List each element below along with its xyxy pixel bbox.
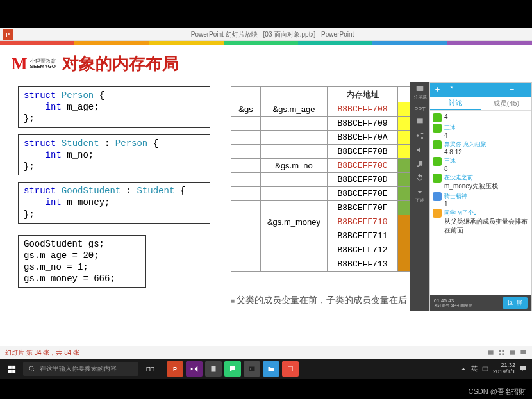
svg-rect-0: [417, 86, 424, 91]
chat-message: 鼻梁你 意为组聚4 8 12: [433, 140, 529, 156]
code-student: struct Student : Person { int m_no; };: [18, 134, 210, 176]
app-notepad[interactable]: [205, 361, 222, 377]
th-field: [261, 87, 328, 102]
table-row: B8BCEFF70D: [231, 173, 436, 187]
side-refresh-icon[interactable]: [415, 174, 424, 183]
avatar: [433, 113, 442, 122]
chat-message: 在没走之前m_money先被压栈: [433, 174, 529, 191]
svg-point-2: [421, 133, 424, 135]
search-box[interactable]: 在这里输入你要搜索的内容: [23, 362, 138, 376]
code-person: struct Person { int m_age; };: [18, 86, 210, 128]
table-row: B8BCEFF709: [231, 117, 436, 131]
taskbar-apps[interactable]: P: [167, 361, 299, 377]
clock[interactable]: 21:32 2019/1/1: [493, 362, 515, 375]
app-powerpoint[interactable]: P: [167, 361, 183, 377]
svg-point-5: [421, 165, 422, 166]
memory-table: 内存地址 内存 &gs&gs.m_ageB8BCEFF708B8BCEFF709…: [231, 86, 436, 272]
slide-title: 对象的内存布局: [62, 53, 179, 75]
tray-ime-icon[interactable]: [481, 365, 489, 373]
powerpoint-icon: P: [3, 29, 13, 40]
view-normal-icon[interactable]: [487, 349, 494, 356]
view-reading-icon[interactable]: [509, 349, 516, 356]
svg-rect-21: [249, 367, 255, 371]
chat-top-bar[interactable]: [430, 83, 531, 97]
chat-footer: 01:45:43 累计参与 6144 调聊 结 回 屏: [430, 295, 531, 311]
table-row: B8BCEFF70A: [231, 131, 436, 145]
table-row: &gs.m_noB8BCEFF70C: [231, 159, 436, 173]
chat-panel[interactable]: 分屏幕 PPT 下述 讨论 成员(45) 4王冰4鼻梁你 意为组聚4 8 12王…: [410, 82, 532, 311]
svg-rect-14: [12, 365, 15, 368]
tray-lang[interactable]: 英: [471, 364, 478, 373]
task-view-button[interactable]: [138, 359, 162, 379]
svg-rect-22: [288, 367, 293, 371]
logo-mark: M: [12, 54, 28, 74]
svg-rect-16: [12, 370, 15, 373]
tab-members[interactable]: 成员(45): [481, 97, 531, 110]
ppt-status-bar: 幻灯片 第 34 张，共 84 张: [0, 346, 532, 359]
app-messaging[interactable]: [224, 361, 241, 377]
ppt-view-controls[interactable]: [487, 349, 527, 356]
svg-rect-10: [502, 353, 504, 355]
ppt-window-title: PowerPoint 幻灯片放映 - [03-面向对象.pptx] - Powe…: [13, 30, 532, 39]
side-music-icon[interactable]: [415, 159, 424, 168]
view-slideshow-icon[interactable]: [520, 349, 527, 356]
app-visualstudio[interactable]: [186, 361, 203, 377]
chat-open-icon[interactable]: [446, 86, 453, 94]
svg-point-4: [417, 165, 419, 167]
chat-plus-icon[interactable]: [434, 86, 441, 94]
chat-min-icon[interactable]: [508, 86, 515, 94]
tray-notification-icon[interactable]: [519, 365, 527, 373]
svg-rect-6: [488, 350, 493, 354]
chat-message: 王冰4: [433, 124, 529, 139]
chat-return-button[interactable]: 回 屏: [503, 297, 528, 309]
chat-body[interactable]: 4王冰4鼻梁你 意为组聚4 8 12王冰8在没走之前m_money先被压栈骑士精…: [430, 111, 531, 295]
avatar: [433, 124, 442, 133]
svg-rect-11: [510, 350, 515, 354]
app-snipping[interactable]: [282, 361, 299, 377]
bottom-black-band: [0, 379, 532, 399]
app-folder[interactable]: [263, 361, 279, 377]
side-down-icon[interactable]: 下述: [415, 188, 424, 204]
side-share-screen-icon[interactable]: 分屏幕: [413, 85, 427, 101]
table-row: &gs&gs.m_ageB8BCEFF708: [231, 102, 436, 117]
side-board-icon[interactable]: [415, 117, 424, 126]
top-black-band: [0, 0, 532, 28]
app-terminal[interactable]: [244, 361, 260, 377]
chat-side-toolbar[interactable]: 分屏幕 PPT 下述: [410, 82, 429, 311]
tab-discuss[interactable]: 讨论: [430, 97, 481, 110]
logo-text: 小码哥教育SEEMYGO: [30, 59, 56, 69]
code-usage: GoodStudent gs; gs.m_age = 20; gs.m_no =…: [18, 235, 146, 288]
svg-rect-23: [483, 367, 488, 371]
chat-message: 4: [433, 113, 529, 122]
tray-up-icon[interactable]: [460, 365, 467, 373]
windows-taskbar[interactable]: 在这里输入你要搜索的内容 P 英 21:32 2019/1/1: [0, 359, 532, 379]
table-row: B8BCEFF712: [231, 243, 436, 257]
slide-counter: 幻灯片 第 34 张，共 84 张: [5, 348, 79, 357]
chat-tabs[interactable]: 讨论 成员(45): [430, 97, 531, 111]
svg-point-3: [421, 137, 424, 140]
table-row: B8BCEFF711: [231, 229, 436, 243]
view-sorter-icon[interactable]: [498, 349, 505, 356]
chat-close-icon[interactable]: [520, 86, 528, 94]
side-audio-icon[interactable]: [415, 145, 424, 154]
chat-message: 同学 M了个J从父类继承的成员变量会排布在前面: [433, 209, 529, 235]
svg-rect-20: [212, 366, 216, 372]
system-tray[interactable]: 英 21:32 2019/1/1: [460, 362, 532, 375]
avatar: [433, 209, 442, 218]
chat-message: 骑士精神1: [433, 192, 529, 208]
side-ppt-icon[interactable]: PPT: [414, 106, 426, 112]
bullet-note: 父类的成员变量在前，子类的成员变量在后: [231, 295, 407, 306]
avatar: [433, 140, 442, 149]
csdn-watermark: CSDN @吾名招财: [469, 387, 526, 396]
th-ptr: [231, 87, 261, 102]
side-share-icon[interactable]: [415, 131, 424, 140]
svg-rect-18: [146, 367, 149, 371]
svg-rect-19: [151, 367, 154, 371]
svg-rect-12: [520, 350, 526, 354]
svg-rect-7: [499, 350, 501, 352]
start-button[interactable]: [0, 359, 23, 379]
table-row: B8BCEFF70F: [231, 201, 436, 215]
svg-rect-8: [502, 350, 504, 352]
code-goodstudent: struct GoodStudent : Student { int m_mon…: [18, 182, 210, 224]
svg-point-1: [417, 134, 419, 137]
